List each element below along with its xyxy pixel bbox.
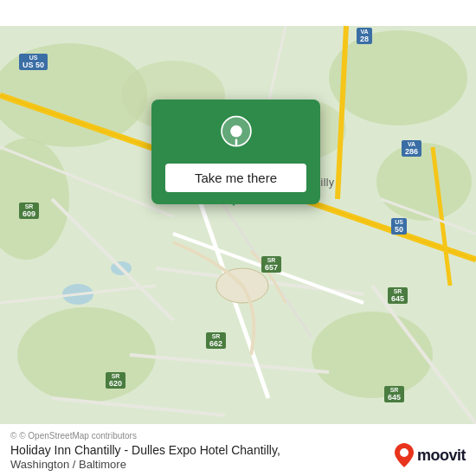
moovit-text: moovit: [417, 447, 466, 465]
road-label-sr662: SR 662: [206, 332, 226, 349]
take-me-there-button[interactable]: Take me there: [165, 164, 306, 192]
svg-point-30: [400, 448, 408, 457]
moovit-pin-icon: [395, 443, 414, 467]
svg-point-29: [230, 125, 242, 138]
hotel-name: Holiday Inn Chantilly - Dulles Expo Hote…: [10, 442, 280, 458]
svg-point-3: [376, 143, 472, 221]
svg-point-2: [329, 30, 467, 125]
road-label-va286: VA 286: [402, 140, 421, 157]
road-label-sr645-bottom: SR 645: [384, 386, 404, 402]
road-label-us50-left: US US 50: [19, 54, 48, 70]
map-background: [0, 0, 476, 476]
road-label-sr645-right: SR 645: [388, 287, 408, 304]
location-line: Washington / Baltimore: [10, 458, 280, 471]
bottom-bar: © © OpenStreetMap contributors Holiday I…: [0, 424, 476, 476]
copyright-line: © © OpenStreetMap contributors: [10, 431, 466, 441]
copyright-icon: ©: [10, 431, 16, 441]
road-label-sr657: SR 657: [261, 256, 281, 273]
road-label-us50-right: US 50: [391, 218, 407, 235]
road-label-sr620: SR 620: [106, 372, 125, 389]
map-container: US US 50 VA 28 VA 286 US 50 SR 609 SR 65…: [0, 0, 476, 476]
location-pin-icon: [217, 115, 255, 153]
popup-tail: [223, 194, 244, 206]
moovit-logo: moovit: [395, 443, 466, 467]
road-label-va28: VA 28: [357, 28, 372, 44]
road-label-sr609: SR 609: [19, 203, 39, 219]
popup-card: Take me there: [151, 100, 320, 204]
svg-point-6: [312, 312, 433, 398]
copyright-text: © OpenStreetMap contributors: [19, 431, 137, 441]
